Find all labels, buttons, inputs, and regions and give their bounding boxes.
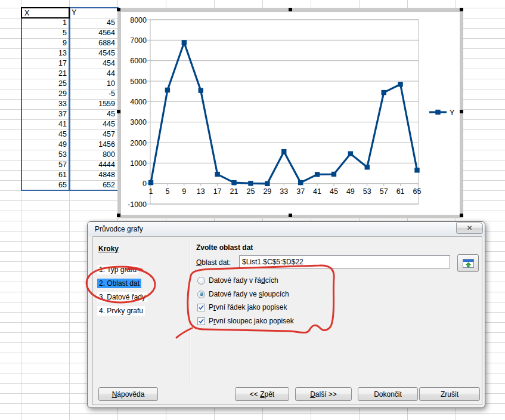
cell-x-value[interactable]: 33 — [21, 99, 69, 109]
cell-x-value[interactable]: 1 — [21, 18, 69, 28]
x-axis-label: 13 — [197, 187, 205, 196]
wizard-step-4[interactable]: 4. Prvky grafu — [97, 306, 145, 316]
radio-icon[interactable] — [197, 277, 205, 285]
cell-x-value[interactable]: 49 — [21, 140, 69, 150]
label-key: d — [261, 276, 265, 285]
cell-y-value[interactable]: 1559 — [69, 99, 117, 109]
x-axis-label: 21 — [230, 187, 238, 196]
cell-x-value[interactable]: 45 — [21, 129, 69, 140]
y-axis-label: 7000 — [130, 36, 147, 45]
table-row: 17454 — [21, 58, 117, 69]
label-post: loupcích — [262, 290, 289, 298]
cell-x-value[interactable]: 53 — [21, 150, 69, 160]
active-cell-x-header[interactable]: X — [21, 7, 70, 18]
cell-x-value[interactable]: 13 — [21, 48, 69, 58]
cell-y-value[interactable]: 457 — [69, 129, 117, 140]
cell-x-value[interactable]: 21 — [21, 69, 69, 79]
x-axis-label: 49 — [346, 187, 355, 196]
option-radio-2: Datové řady ve sloupcích — [197, 289, 289, 299]
table-row: 53800 — [21, 150, 117, 160]
label-post: Dokončit — [374, 390, 402, 399]
wizard-step-2[interactable]: 2. Oblast dat — [97, 279, 141, 288]
cell-y-value[interactable]: 45 — [69, 109, 117, 119]
cell-x-value[interactable]: 25 — [21, 79, 69, 89]
cell-x-value[interactable]: 41 — [21, 119, 69, 129]
dialog-title: Průvodce grafy — [95, 225, 143, 233]
dialog-titlebar[interactable]: Průvodce grafy — [88, 222, 485, 236]
chart-resize-handle[interactable] — [289, 214, 292, 217]
cancel-button[interactable]: Zrušit — [419, 387, 480, 401]
cell-x-value[interactable]: 17 — [21, 58, 69, 69]
label-post: pět — [265, 390, 275, 399]
cell-y-value[interactable]: 800 — [69, 150, 117, 160]
data-point-marker — [298, 180, 303, 185]
cell-y-value[interactable]: 4848 — [69, 170, 117, 180]
cell-y-value[interactable]: 4545 — [69, 48, 117, 58]
chart-resize-handle[interactable] — [460, 110, 463, 113]
steps-header: Kroky — [98, 245, 119, 253]
option-label: První sloupec jako popisek — [209, 317, 294, 325]
data-point-marker — [315, 172, 320, 177]
cell-x-value[interactable]: 37 — [21, 109, 69, 119]
wizard-step-3[interactable]: 3. Datové řady — [97, 292, 147, 302]
select-range-button[interactable] — [457, 254, 479, 272]
data-point-marker — [231, 180, 236, 185]
chart-resize-handle[interactable] — [460, 214, 463, 217]
chart-object[interactable]: -100001000200030004000500060007000800015… — [117, 8, 463, 218]
cell-y-value[interactable]: 45 — [69, 18, 117, 28]
checkmark-icon — [198, 318, 205, 325]
cell-y-value[interactable]: 10 — [69, 79, 117, 89]
x-axis-label: 61 — [396, 187, 405, 196]
cell-y-header[interactable]: Y — [70, 8, 117, 19]
option-checkbox-3: První řádek jako popisek — [197, 302, 287, 312]
data-point-marker — [331, 172, 336, 177]
data-range-input[interactable] — [239, 255, 450, 268]
cell-x-value[interactable]: 57 — [21, 160, 69, 170]
y-axis-label: 0 — [142, 180, 147, 188]
help-button[interactable]: Nápověda — [98, 387, 158, 401]
x-axis-label: 1 — [149, 187, 153, 196]
label-pre: << — [250, 390, 260, 399]
label-pre: Datové řady v řá — [209, 276, 261, 285]
cell-y-value[interactable]: 4444 — [69, 160, 117, 170]
wizard-step-1[interactable]: 1. Typ grafu — [97, 265, 138, 274]
label-post: vní sloupec jako popisek — [216, 317, 294, 325]
cell-y-value[interactable]: 1456 — [69, 140, 117, 150]
finish-button[interactable]: Dokončit — [358, 387, 418, 401]
table-row: 2510 — [21, 79, 117, 89]
cell-x-value[interactable]: 5 — [21, 28, 69, 38]
back-button[interactable]: << Zpět — [235, 387, 289, 401]
data-point-marker — [365, 165, 370, 169]
x-axis-label: 5 — [165, 187, 169, 196]
cell-y-value[interactable]: -5 — [69, 89, 117, 99]
chart-resize-handle[interactable] — [117, 214, 120, 217]
cell-y-value[interactable]: 445 — [69, 119, 117, 129]
next-button[interactable]: Další >> — [295, 387, 352, 401]
cell-y-value[interactable]: 652 — [69, 180, 117, 190]
cell-x-value[interactable]: 65 — [21, 180, 69, 190]
cell-y-value[interactable]: 454 — [69, 58, 117, 69]
chart-resize-handle[interactable] — [289, 8, 292, 11]
line-series — [151, 42, 417, 184]
cell-x-value[interactable]: 29 — [21, 89, 69, 99]
label-pre: Datové řady ve — [209, 290, 259, 298]
table-row: 41445 — [21, 119, 117, 129]
cell-y-value[interactable]: 44 — [69, 69, 117, 79]
x-axis-label: 45 — [330, 187, 338, 196]
checkmark-icon — [198, 304, 205, 311]
chart-resize-handle[interactable] — [460, 8, 463, 11]
data-point-marker — [414, 168, 419, 172]
chart-resize-handle[interactable] — [117, 110, 120, 113]
legend-marker — [435, 110, 440, 115]
x-axis-label: 25 — [246, 187, 255, 196]
close-button[interactable]: ✕ — [456, 223, 483, 234]
checkbox-icon[interactable] — [197, 317, 205, 325]
chart-resize-handle[interactable] — [117, 8, 120, 11]
radio-icon[interactable] — [197, 291, 205, 298]
cell-y-value[interactable]: 6884 — [69, 38, 117, 48]
table-row: 45457 — [21, 129, 117, 140]
cell-y-value[interactable]: 4564 — [69, 28, 117, 38]
cell-x-value[interactable]: 61 — [21, 170, 69, 180]
checkbox-icon[interactable] — [197, 304, 205, 311]
cell-x-value[interactable]: 9 — [21, 38, 69, 48]
